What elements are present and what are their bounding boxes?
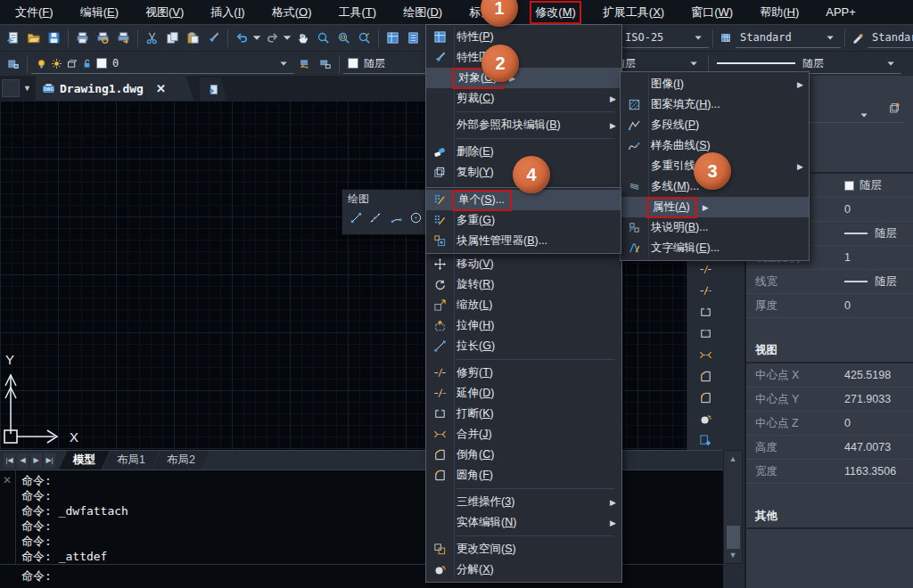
redo-dropdown[interactable] (283, 28, 292, 49)
chevron-down-icon[interactable] (818, 32, 836, 44)
undo-button[interactable] (232, 28, 252, 49)
object-image[interactable]: 图像(I) ▶ (621, 74, 809, 94)
modify-extend[interactable]: 延伸(D) ▶ (426, 383, 621, 404)
object-block-description[interactable]: 块说明(B)... ▶ (621, 217, 809, 238)
layer-on-bulb-icon[interactable] (36, 58, 47, 69)
modify-scale[interactable]: 缩放(L) ▶ (426, 295, 621, 315)
table-style-combo[interactable]: Standard (868, 29, 913, 48)
cut-button[interactable] (142, 28, 162, 49)
menu-edit[interactable]: 编辑(E) (67, 0, 132, 24)
modify-stretch[interactable]: 拉伸(H) ▶ (426, 315, 621, 336)
explode-tool[interactable] (695, 408, 716, 429)
chamfer-tool[interactable] (695, 365, 716, 387)
first-tab-icon[interactable]: |◀ (4, 453, 15, 468)
construction-line-tool[interactable] (366, 208, 387, 228)
tab-overflow-button[interactable] (2, 79, 20, 97)
menu-format[interactable]: 格式(O) (259, 0, 325, 24)
paste-button[interactable] (183, 28, 203, 49)
quickcalc-button[interactable] (403, 28, 424, 49)
plot-button[interactable] (72, 28, 93, 49)
layer-combo[interactable]: 0 (31, 54, 294, 74)
extend-tool[interactable] (695, 280, 716, 301)
join-tool[interactable] (695, 344, 716, 365)
open-button[interactable] (23, 28, 44, 49)
tab-layout1[interactable]: 布局1 (103, 451, 160, 470)
modify-change-space[interactable]: 更改空间(S) ▶ (426, 539, 621, 559)
property-row[interactable]: 线宽 随层 (746, 270, 913, 294)
property-row[interactable]: 中心点 X 425.5198 (746, 363, 913, 388)
modify-rotate[interactable]: 旋转(R) ▶ (426, 274, 621, 295)
zoom-realtime-button[interactable] (313, 28, 333, 49)
object-text-edit[interactable]: 文字编辑(E)... ▶ (621, 238, 809, 258)
scrollbar-thumb[interactable] (727, 526, 740, 549)
layer-unlock-icon[interactable] (81, 58, 93, 69)
modify-move[interactable]: 移动(V) ▶ (426, 254, 621, 274)
block-editor-tool[interactable] (695, 429, 716, 451)
layer-properties-button[interactable] (3, 53, 23, 75)
attribute-single[interactable]: 单个(S)... ▶ (426, 190, 621, 210)
new-button[interactable] (3, 28, 23, 49)
last-tab-icon[interactable]: ▶| (44, 453, 55, 468)
quick-select-icon[interactable] (889, 102, 901, 114)
menu-view[interactable]: 视图(V) (132, 0, 197, 24)
object-attribute[interactable]: 属性(A) ▶ (621, 197, 809, 217)
draw-floating-toolbar[interactable]: 绘图 (341, 189, 427, 235)
tab-layout2[interactable]: 布局2 (152, 451, 210, 470)
modify-break[interactable]: 打断(K) ▶ (426, 404, 621, 424)
trim-tool[interactable] (695, 258, 716, 280)
property-row[interactable]: 中心点 Z 0 (746, 412, 913, 436)
text-style-combo[interactable]: Standard (736, 29, 841, 48)
property-row[interactable]: 厚度 0 (746, 294, 913, 318)
arc-tool[interactable] (386, 208, 407, 228)
modify-trim[interactable]: 修剪(T) ▶ (426, 363, 621, 383)
chevron-down-icon[interactable] (859, 110, 870, 121)
modify-explode[interactable]: 分解(X) ▶ (426, 559, 621, 580)
block-attribute-manager[interactable]: 块属性管理器(B)... ▶ (426, 231, 621, 251)
chevron-down-icon[interactable]: ▼ (23, 84, 31, 93)
modify-chamfer[interactable]: 倒角(C) ▶ (426, 445, 621, 465)
menu-modify[interactable]: 修改(M) (522, 0, 589, 24)
save-button[interactable] (44, 28, 64, 49)
modify-fillet[interactable]: 圆角(F) ▶ (426, 465, 621, 486)
chevron-down-icon[interactable] (878, 58, 897, 69)
break-tool[interactable] (695, 301, 716, 323)
modify-match-properties[interactable]: 特性匹配 ▶ (426, 47, 621, 68)
modify-xref-block-edit[interactable]: 外部参照和块编辑(B) ▶ (426, 115, 621, 135)
line-tool[interactable] (346, 208, 366, 228)
undo-dropdown[interactable] (252, 28, 262, 49)
property-row[interactable]: 中心点 Y 271.9033 (746, 388, 913, 412)
zoom-previous-button[interactable] (354, 28, 374, 49)
command-scrollbar[interactable]: ▲ ▼ (723, 450, 743, 564)
menu-draw[interactable]: 绘图(D) (390, 0, 456, 24)
next-tab-icon[interactable]: ▶ (30, 453, 42, 468)
menu-help[interactable]: 帮助(H) (746, 0, 812, 24)
modify-clip[interactable]: 剪裁(C) ▶ (426, 88, 621, 109)
new-document-tab-button[interactable] (200, 78, 226, 101)
plot-preview-button[interactable] (93, 28, 113, 49)
redo-button[interactable] (262, 28, 283, 49)
chevron-down-icon[interactable] (681, 58, 700, 69)
close-command-icon[interactable]: ✕ (3, 474, 12, 486)
menu-insert[interactable]: 插入(I) (197, 0, 258, 24)
properties-palette-button[interactable] (382, 28, 403, 49)
modify-3d-operations[interactable]: 三维操作(3) ▶ (426, 492, 621, 512)
pan-button[interactable] (292, 28, 313, 49)
copy-button[interactable] (162, 28, 183, 49)
menu-file[interactable]: 文件(F) (2, 0, 67, 24)
menu-express[interactable]: 扩展工具(X) (589, 0, 678, 24)
layer-freeze-sun-icon[interactable] (51, 58, 62, 69)
menu-window[interactable]: 窗口(W) (678, 0, 746, 24)
property-row[interactable]: 高度 447.0073 (746, 436, 913, 460)
object-hatch[interactable]: 图案填充(H)... ▶ (621, 94, 809, 115)
modify-object[interactable]: 对象(O) ▶ (426, 68, 621, 88)
chevron-down-icon[interactable] (271, 58, 290, 69)
scroll-up-icon[interactable]: ▲ (727, 453, 739, 465)
document-tab[interactable]: DWG Drawing1.dwg ✕ (36, 76, 194, 101)
scroll-down-icon[interactable]: ▼ (727, 549, 739, 561)
tab-model[interactable]: 模型 (59, 451, 110, 470)
menu-app-plus[interactable]: APP+ (812, 0, 869, 24)
publish-button[interactable] (113, 28, 134, 49)
fillet-tool[interactable] (695, 387, 716, 408)
circle-tool[interactable] (407, 208, 427, 228)
close-document-icon[interactable]: ✕ (156, 82, 166, 95)
